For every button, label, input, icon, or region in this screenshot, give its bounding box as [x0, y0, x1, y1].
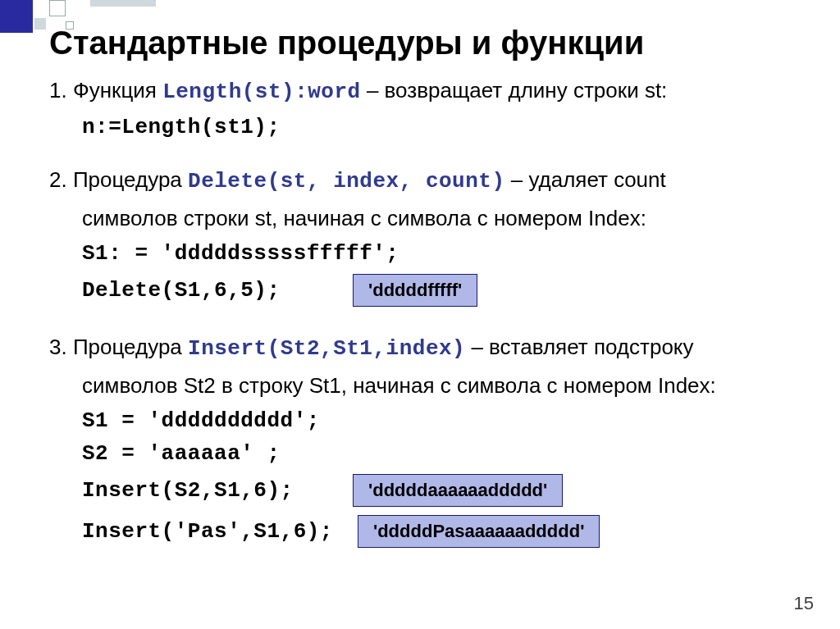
slide-title: Стандартные процедуры и функции [49, 25, 807, 62]
slide-number: 15 [794, 593, 814, 614]
item-1-text: 1. Функция Length(st):word – возвращает … [49, 76, 807, 107]
item-3-text: 3. Процедура Insert(St2,St1,index) – вст… [49, 333, 807, 363]
item-2-code: Delete(st, index, count) [188, 169, 504, 194]
item-3-example-4: Insert('Pas',S1,6); [82, 519, 333, 544]
item-2-line2: символов строки st, начиная с символа с … [82, 204, 807, 233]
item-3-example-3: Insert(S2,S1,6); [82, 478, 328, 503]
item-1-prefix: 1. Функция [49, 78, 162, 103]
item-3-example-1: S1 = 'dddddddddd'; [82, 408, 807, 433]
item-2-suffix: – удаляет count [505, 167, 666, 192]
item-1-suffix: – возвращает длину строки st: [361, 78, 668, 103]
item-2-example-2: Delete(S1,6,5); [82, 278, 328, 303]
item-3-code: Insert(St2,St1,index) [188, 336, 465, 361]
item-3-result-box-1: 'dddddaaaaaaddddd' [353, 474, 563, 507]
item-2-result-box: 'dddddfffff' [353, 274, 477, 307]
item-2-text: 2. Процедура Delete(st, index, count) – … [49, 166, 807, 196]
item-3-line2: символов St2 в строку St1, начиная с сим… [82, 371, 807, 400]
item-3-result-box-2: 'dddddPasaaaaaaddddd' [358, 515, 600, 548]
item-1-code: Length(st):word [162, 80, 361, 104]
slide-content: Стандартные процедуры и функции 1. Функц… [49, 25, 807, 604]
item-3-example-2: S2 = 'aaaaaa' ; [82, 441, 807, 466]
item-3-suffix: – вставляет подстроку [465, 335, 693, 359]
item-2-example-1: S1: = 'dddddsssssfffff'; [82, 241, 807, 266]
item-2-prefix: 2. Процедура [49, 167, 188, 192]
item-1-example: n:=Length(st1); [82, 115, 807, 139]
item-3-prefix: 3. Процедура [49, 335, 188, 359]
